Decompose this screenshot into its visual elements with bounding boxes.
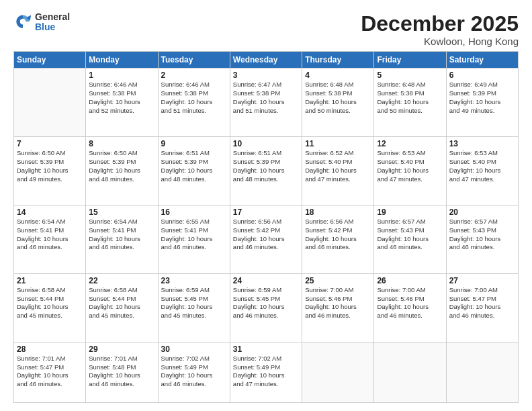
- calendar-cell: 11Sunrise: 6:52 AMSunset: 5:40 PMDayligh…: [302, 137, 374, 205]
- cell-detail: Sunrise: 7:01 AMSunset: 5:47 PMDaylight:…: [17, 355, 83, 389]
- calendar-cell: 16Sunrise: 6:55 AMSunset: 5:41 PMDayligh…: [158, 205, 230, 273]
- day-number: 30: [161, 345, 227, 354]
- calendar-cell: 8Sunrise: 6:50 AMSunset: 5:39 PMDaylight…: [86, 137, 158, 205]
- calendar-cell: [446, 342, 518, 402]
- day-number: 12: [377, 139, 443, 148]
- calendar-cell: 14Sunrise: 6:54 AMSunset: 5:41 PMDayligh…: [14, 205, 86, 273]
- day-number: 1: [89, 71, 154, 80]
- calendar-cell: 30Sunrise: 7:02 AMSunset: 5:49 PMDayligh…: [158, 342, 230, 402]
- day-number: 31: [233, 345, 299, 354]
- day-number: 16: [161, 208, 227, 217]
- cell-detail: Sunrise: 6:59 AMSunset: 5:45 PMDaylight:…: [233, 286, 299, 320]
- weekday-header-monday: Monday: [86, 52, 158, 68]
- day-number: 5: [377, 71, 443, 80]
- calendar-cell: [302, 342, 374, 402]
- day-number: 23: [161, 276, 227, 285]
- day-number: 13: [449, 139, 515, 148]
- cell-detail: Sunrise: 6:50 AMSunset: 5:39 PMDaylight:…: [17, 149, 83, 183]
- calendar-cell: 29Sunrise: 7:01 AMSunset: 5:48 PMDayligh…: [86, 342, 158, 402]
- cell-detail: Sunrise: 7:00 AMSunset: 5:47 PMDaylight:…: [449, 286, 515, 320]
- header: General Blue December 2025 Kowloon, Hong…: [13, 12, 519, 47]
- calendar-cell: 20Sunrise: 6:57 AMSunset: 5:43 PMDayligh…: [446, 205, 518, 273]
- day-number: 29: [89, 345, 154, 354]
- cell-detail: Sunrise: 6:50 AMSunset: 5:39 PMDaylight:…: [89, 149, 154, 183]
- cell-detail: Sunrise: 6:53 AMSunset: 5:40 PMDaylight:…: [449, 149, 515, 183]
- cell-detail: Sunrise: 7:01 AMSunset: 5:48 PMDaylight:…: [89, 355, 154, 389]
- day-number: 6: [449, 71, 515, 80]
- weekday-header-thursday: Thursday: [302, 52, 374, 68]
- logo: General Blue: [13, 12, 70, 33]
- cell-detail: Sunrise: 6:46 AMSunset: 5:38 PMDaylight:…: [161, 81, 227, 115]
- cell-detail: Sunrise: 6:59 AMSunset: 5:45 PMDaylight:…: [161, 286, 227, 320]
- day-number: 10: [233, 139, 299, 148]
- day-number: 22: [89, 276, 154, 285]
- cell-detail: Sunrise: 7:00 AMSunset: 5:46 PMDaylight:…: [305, 286, 371, 320]
- day-number: 24: [233, 276, 299, 285]
- title-block: December 2025 Kowloon, Hong Kong: [361, 12, 519, 47]
- calendar-cell: 18Sunrise: 6:56 AMSunset: 5:42 PMDayligh…: [302, 205, 374, 273]
- day-number: 27: [449, 276, 515, 285]
- day-number: 18: [305, 208, 371, 217]
- cell-detail: Sunrise: 6:54 AMSunset: 5:41 PMDaylight:…: [89, 218, 154, 252]
- calendar-cell: [374, 342, 446, 402]
- calendar-cell: [14, 68, 86, 137]
- cell-detail: Sunrise: 7:02 AMSunset: 5:49 PMDaylight:…: [233, 355, 299, 389]
- cell-detail: Sunrise: 6:57 AMSunset: 5:43 PMDaylight:…: [377, 218, 443, 252]
- cell-detail: Sunrise: 7:02 AMSunset: 5:49 PMDaylight:…: [161, 355, 227, 389]
- weekday-header-row: SundayMondayTuesdayWednesdayThursdayFrid…: [14, 52, 519, 68]
- page: General Blue December 2025 Kowloon, Hong…: [0, 0, 532, 411]
- calendar-cell: 26Sunrise: 7:00 AMSunset: 5:46 PMDayligh…: [374, 273, 446, 342]
- weekday-header-wednesday: Wednesday: [230, 52, 302, 68]
- day-number: 15: [89, 208, 154, 217]
- calendar-cell: 22Sunrise: 6:58 AMSunset: 5:44 PMDayligh…: [86, 273, 158, 342]
- week-row-1: 7Sunrise: 6:50 AMSunset: 5:39 PMDaylight…: [14, 137, 519, 205]
- day-number: 11: [305, 139, 371, 148]
- cell-detail: Sunrise: 6:57 AMSunset: 5:43 PMDaylight:…: [449, 218, 515, 252]
- day-number: 9: [161, 139, 227, 148]
- calendar-cell: 3Sunrise: 6:47 AMSunset: 5:38 PMDaylight…: [230, 68, 302, 137]
- day-number: 17: [233, 208, 299, 217]
- day-number: 19: [377, 208, 443, 217]
- logo-icon: [13, 13, 32, 32]
- weekday-header-sunday: Sunday: [14, 52, 86, 68]
- day-number: 14: [17, 208, 83, 217]
- calendar-cell: 25Sunrise: 7:00 AMSunset: 5:46 PMDayligh…: [302, 273, 374, 342]
- day-number: 20: [449, 208, 515, 217]
- calendar-cell: 15Sunrise: 6:54 AMSunset: 5:41 PMDayligh…: [86, 205, 158, 273]
- calendar-cell: 12Sunrise: 6:53 AMSunset: 5:40 PMDayligh…: [374, 137, 446, 205]
- weekday-header-friday: Friday: [374, 52, 446, 68]
- calendar-cell: 13Sunrise: 6:53 AMSunset: 5:40 PMDayligh…: [446, 137, 518, 205]
- calendar-cell: 4Sunrise: 6:48 AMSunset: 5:38 PMDaylight…: [302, 68, 374, 137]
- cell-detail: Sunrise: 6:49 AMSunset: 5:39 PMDaylight:…: [449, 81, 515, 115]
- cell-detail: Sunrise: 6:48 AMSunset: 5:38 PMDaylight:…: [305, 81, 371, 115]
- cell-detail: Sunrise: 6:55 AMSunset: 5:41 PMDaylight:…: [161, 218, 227, 252]
- week-row-2: 14Sunrise: 6:54 AMSunset: 5:41 PMDayligh…: [14, 205, 519, 273]
- calendar-cell: 24Sunrise: 6:59 AMSunset: 5:45 PMDayligh…: [230, 273, 302, 342]
- weekday-header-saturday: Saturday: [446, 52, 518, 68]
- calendar-cell: 2Sunrise: 6:46 AMSunset: 5:38 PMDaylight…: [158, 68, 230, 137]
- calendar-cell: 31Sunrise: 7:02 AMSunset: 5:49 PMDayligh…: [230, 342, 302, 402]
- calendar-cell: 5Sunrise: 6:48 AMSunset: 5:38 PMDaylight…: [374, 68, 446, 137]
- cell-detail: Sunrise: 6:58 AMSunset: 5:44 PMDaylight:…: [17, 286, 83, 320]
- calendar-cell: 10Sunrise: 6:51 AMSunset: 5:39 PMDayligh…: [230, 137, 302, 205]
- calendar-cell: 19Sunrise: 6:57 AMSunset: 5:43 PMDayligh…: [374, 205, 446, 273]
- cell-detail: Sunrise: 6:47 AMSunset: 5:38 PMDaylight:…: [233, 81, 299, 115]
- calendar-cell: 9Sunrise: 6:51 AMSunset: 5:39 PMDaylight…: [158, 137, 230, 205]
- cell-detail: Sunrise: 6:54 AMSunset: 5:41 PMDaylight:…: [17, 218, 83, 252]
- cell-detail: Sunrise: 6:52 AMSunset: 5:40 PMDaylight:…: [305, 149, 371, 183]
- logo-text: General Blue: [35, 12, 70, 33]
- day-number: 4: [305, 71, 371, 80]
- day-number: 26: [377, 276, 443, 285]
- cell-detail: Sunrise: 7:00 AMSunset: 5:46 PMDaylight:…: [377, 286, 443, 320]
- month-title: December 2025: [361, 12, 519, 36]
- weekday-header-tuesday: Tuesday: [158, 52, 230, 68]
- week-row-4: 28Sunrise: 7:01 AMSunset: 5:47 PMDayligh…: [14, 342, 519, 402]
- week-row-3: 21Sunrise: 6:58 AMSunset: 5:44 PMDayligh…: [14, 273, 519, 342]
- cell-detail: Sunrise: 6:53 AMSunset: 5:40 PMDaylight:…: [377, 149, 443, 183]
- logo-blue-text: Blue: [35, 22, 70, 32]
- calendar-cell: 6Sunrise: 6:49 AMSunset: 5:39 PMDaylight…: [446, 68, 518, 137]
- day-number: 25: [305, 276, 371, 285]
- cell-detail: Sunrise: 6:46 AMSunset: 5:38 PMDaylight:…: [89, 81, 154, 115]
- calendar-cell: 23Sunrise: 6:59 AMSunset: 5:45 PMDayligh…: [158, 273, 230, 342]
- calendar-cell: 27Sunrise: 7:00 AMSunset: 5:47 PMDayligh…: [446, 273, 518, 342]
